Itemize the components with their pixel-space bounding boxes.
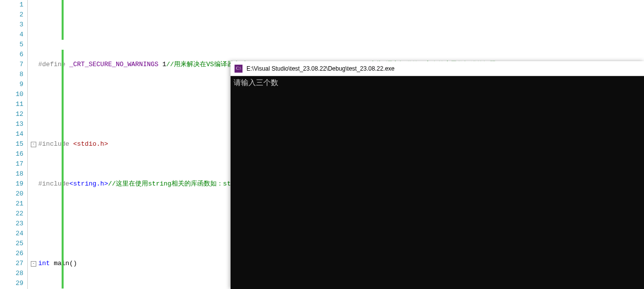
line-number: 6 [0,50,23,60]
line-number: 20 [0,189,23,199]
console-title-text: E:\Visual Studio\test_23.08.22\Debug\tes… [246,65,395,72]
console-output[interactable]: 请输入三个数 [231,76,644,289]
console-line: 请输入三个数 [234,78,278,87]
line-number: 29 [0,279,23,289]
line-number-gutter: 1234567891011121314151617181920212223242… [0,0,28,289]
line-number: 2 [0,10,23,20]
line-number: 19 [0,179,23,189]
line-number: 11 [0,99,23,109]
macro-name: _CRT_SECURE_NO_WARNINGS [69,60,158,70]
include-file: <string.h> [69,179,108,189]
line-number: 27 [0,259,23,269]
preproc-include: #include [38,139,73,149]
line-number: 12 [0,109,23,119]
line-number: 9 [0,80,23,90]
line-number: 24 [0,229,23,239]
line-number: 26 [0,249,23,259]
line-number: 7 [0,60,23,70]
console-window[interactable]: C:\ E:\Visual Studio\test_23.08.22\Debug… [231,61,644,289]
line-number: 8 [0,70,23,80]
line-number: 10 [0,90,23,99]
line-number: 5 [0,40,23,50]
line-number: 3 [0,20,23,30]
line-number: 25 [0,239,23,249]
console-titlebar[interactable]: C:\ E:\Visual Studio\test_23.08.22\Debug… [231,61,644,76]
fold-toggle[interactable]: - [31,142,36,147]
preproc-define: #define [38,60,69,70]
kw-int: int [38,259,50,269]
console-app-icon: C:\ [235,65,242,73]
line-number: 14 [0,129,23,139]
line-number: 16 [0,149,23,159]
preproc-include: #include [38,179,69,189]
include-file: <stdio.h> [73,139,108,149]
change-bars [62,0,64,289]
macro-val: 1 [159,60,166,70]
fold-toggle[interactable]: - [31,261,36,267]
line-number: 1 [0,0,23,10]
line-number: 28 [0,269,23,279]
line-number: 21 [0,199,23,209]
line-number: 15 [0,139,23,149]
line-number: 13 [0,119,23,129]
line-number: 23 [0,219,23,229]
line-number: 4 [0,30,23,40]
line-number: 22 [0,209,23,219]
line-number: 18 [0,169,23,179]
line-number: 17 [0,159,23,169]
